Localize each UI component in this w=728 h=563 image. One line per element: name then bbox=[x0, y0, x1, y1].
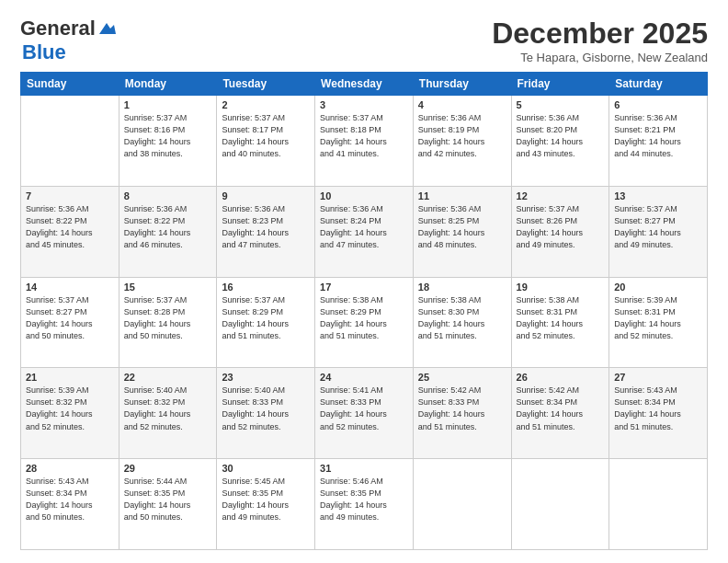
day-info: Sunrise: 5:36 AM Sunset: 8:23 PM Dayligh… bbox=[222, 203, 310, 251]
day-info: Sunrise: 5:37 AM Sunset: 8:27 PM Dayligh… bbox=[26, 294, 114, 342]
calendar-week-row: 21Sunrise: 5:39 AM Sunset: 8:32 PM Dayli… bbox=[21, 368, 708, 459]
day-info: Sunrise: 5:38 AM Sunset: 8:30 PM Dayligh… bbox=[418, 294, 506, 342]
table-row: 7Sunrise: 5:36 AM Sunset: 8:22 PM Daylig… bbox=[21, 186, 119, 277]
day-info: Sunrise: 5:44 AM Sunset: 8:35 PM Dayligh… bbox=[124, 476, 212, 523]
day-info: Sunrise: 5:37 AM Sunset: 8:26 PM Dayligh… bbox=[517, 203, 605, 251]
col-saturday: Saturday bbox=[609, 73, 708, 96]
table-row: 19Sunrise: 5:38 AM Sunset: 8:31 PM Dayli… bbox=[511, 277, 609, 368]
header: General Blue December 2025 Te Hapara, Gi… bbox=[20, 17, 708, 64]
table-row: 28Sunrise: 5:43 AM Sunset: 8:34 PM Dayli… bbox=[21, 459, 119, 550]
day-number: 2 bbox=[222, 99, 310, 110]
day-info: Sunrise: 5:40 AM Sunset: 8:32 PM Dayligh… bbox=[124, 385, 212, 432]
day-info: Sunrise: 5:36 AM Sunset: 8:21 PM Dayligh… bbox=[614, 112, 702, 160]
table-row: 14Sunrise: 5:37 AM Sunset: 8:27 PM Dayli… bbox=[21, 277, 119, 368]
day-number: 15 bbox=[124, 282, 212, 293]
table-row: 8Sunrise: 5:36 AM Sunset: 8:22 PM Daylig… bbox=[119, 186, 217, 277]
day-info: Sunrise: 5:36 AM Sunset: 8:24 PM Dayligh… bbox=[320, 203, 408, 251]
calendar-header-row: Sunday Monday Tuesday Wednesday Thursday… bbox=[21, 73, 708, 96]
day-number: 23 bbox=[222, 372, 310, 383]
day-info: Sunrise: 5:36 AM Sunset: 8:22 PM Dayligh… bbox=[26, 203, 114, 251]
col-tuesday: Tuesday bbox=[217, 73, 315, 96]
day-info: Sunrise: 5:37 AM Sunset: 8:18 PM Dayligh… bbox=[320, 112, 408, 160]
table-row: 9Sunrise: 5:36 AM Sunset: 8:23 PM Daylig… bbox=[217, 186, 315, 277]
table-row bbox=[511, 459, 609, 550]
day-number: 29 bbox=[124, 463, 212, 474]
table-row: 11Sunrise: 5:36 AM Sunset: 8:25 PM Dayli… bbox=[413, 186, 511, 277]
table-row: 3Sunrise: 5:37 AM Sunset: 8:18 PM Daylig… bbox=[315, 96, 414, 187]
day-number: 9 bbox=[222, 190, 310, 201]
day-info: Sunrise: 5:38 AM Sunset: 8:29 PM Dayligh… bbox=[320, 294, 408, 342]
day-info: Sunrise: 5:45 AM Sunset: 8:35 PM Dayligh… bbox=[222, 476, 310, 523]
table-row: 25Sunrise: 5:42 AM Sunset: 8:33 PM Dayli… bbox=[413, 368, 511, 459]
day-info: Sunrise: 5:41 AM Sunset: 8:33 PM Dayligh… bbox=[320, 385, 408, 432]
col-wednesday: Wednesday bbox=[315, 73, 414, 96]
day-number: 3 bbox=[320, 99, 408, 110]
table-row: 17Sunrise: 5:38 AM Sunset: 8:29 PM Dayli… bbox=[315, 277, 414, 368]
calendar-week-row: 28Sunrise: 5:43 AM Sunset: 8:34 PM Dayli… bbox=[21, 459, 708, 550]
table-row: 18Sunrise: 5:38 AM Sunset: 8:30 PM Dayli… bbox=[413, 277, 511, 368]
table-row bbox=[21, 96, 119, 187]
table-row: 22Sunrise: 5:40 AM Sunset: 8:32 PM Dayli… bbox=[119, 368, 217, 459]
table-row: 12Sunrise: 5:37 AM Sunset: 8:26 PM Dayli… bbox=[511, 186, 609, 277]
day-number: 31 bbox=[320, 463, 408, 474]
day-info: Sunrise: 5:39 AM Sunset: 8:32 PM Dayligh… bbox=[26, 385, 114, 432]
table-row: 2Sunrise: 5:37 AM Sunset: 8:17 PM Daylig… bbox=[217, 96, 315, 187]
table-row: 26Sunrise: 5:42 AM Sunset: 8:34 PM Dayli… bbox=[511, 368, 609, 459]
page: General Blue December 2025 Te Hapara, Gi… bbox=[0, 0, 728, 563]
logo-bird-icon bbox=[97, 21, 118, 36]
day-number: 5 bbox=[517, 99, 605, 110]
day-info: Sunrise: 5:46 AM Sunset: 8:35 PM Dayligh… bbox=[320, 476, 408, 523]
table-row: 29Sunrise: 5:44 AM Sunset: 8:35 PM Dayli… bbox=[119, 459, 217, 550]
col-sunday: Sunday bbox=[21, 73, 119, 96]
svg-marker-0 bbox=[99, 23, 116, 34]
day-info: Sunrise: 5:43 AM Sunset: 8:34 PM Dayligh… bbox=[614, 385, 702, 432]
table-row bbox=[413, 459, 511, 550]
logo-general: General bbox=[20, 17, 96, 40]
day-number: 26 bbox=[517, 372, 605, 383]
table-row: 5Sunrise: 5:36 AM Sunset: 8:20 PM Daylig… bbox=[511, 96, 609, 187]
day-info: Sunrise: 5:37 AM Sunset: 8:28 PM Dayligh… bbox=[124, 294, 212, 342]
day-number: 13 bbox=[614, 190, 702, 201]
table-row: 10Sunrise: 5:36 AM Sunset: 8:24 PM Dayli… bbox=[315, 186, 414, 277]
calendar-week-row: 14Sunrise: 5:37 AM Sunset: 8:27 PM Dayli… bbox=[21, 277, 708, 368]
day-info: Sunrise: 5:39 AM Sunset: 8:31 PM Dayligh… bbox=[614, 294, 702, 342]
calendar-week-row: 1Sunrise: 5:37 AM Sunset: 8:16 PM Daylig… bbox=[21, 96, 708, 187]
table-row: 20Sunrise: 5:39 AM Sunset: 8:31 PM Dayli… bbox=[609, 277, 708, 368]
day-number: 7 bbox=[26, 190, 114, 201]
table-row bbox=[609, 459, 708, 550]
day-info: Sunrise: 5:42 AM Sunset: 8:34 PM Dayligh… bbox=[517, 385, 605, 432]
day-number: 27 bbox=[614, 372, 702, 383]
day-info: Sunrise: 5:37 AM Sunset: 8:27 PM Dayligh… bbox=[614, 203, 702, 251]
day-info: Sunrise: 5:36 AM Sunset: 8:19 PM Dayligh… bbox=[418, 112, 506, 160]
table-row: 27Sunrise: 5:43 AM Sunset: 8:34 PM Dayli… bbox=[609, 368, 708, 459]
day-number: 30 bbox=[222, 463, 310, 474]
table-row: 24Sunrise: 5:41 AM Sunset: 8:33 PM Dayli… bbox=[315, 368, 414, 459]
title-block: December 2025 Te Hapara, Gisborne, New Z… bbox=[492, 17, 708, 64]
day-number: 19 bbox=[517, 282, 605, 293]
table-row: 16Sunrise: 5:37 AM Sunset: 8:29 PM Dayli… bbox=[217, 277, 315, 368]
col-thursday: Thursday bbox=[413, 73, 511, 96]
day-number: 12 bbox=[517, 190, 605, 201]
table-row: 31Sunrise: 5:46 AM Sunset: 8:35 PM Dayli… bbox=[315, 459, 414, 550]
day-number: 4 bbox=[418, 99, 506, 110]
day-info: Sunrise: 5:40 AM Sunset: 8:33 PM Dayligh… bbox=[222, 385, 310, 432]
day-number: 21 bbox=[26, 372, 114, 383]
calendar-body: 1Sunrise: 5:37 AM Sunset: 8:16 PM Daylig… bbox=[21, 96, 708, 550]
calendar-table: Sunday Monday Tuesday Wednesday Thursday… bbox=[20, 72, 708, 550]
subtitle: Te Hapara, Gisborne, New Zealand bbox=[492, 51, 708, 64]
day-info: Sunrise: 5:37 AM Sunset: 8:29 PM Dayligh… bbox=[222, 294, 310, 342]
table-row: 15Sunrise: 5:37 AM Sunset: 8:28 PM Dayli… bbox=[119, 277, 217, 368]
day-number: 18 bbox=[418, 282, 506, 293]
calendar-week-row: 7Sunrise: 5:36 AM Sunset: 8:22 PM Daylig… bbox=[21, 186, 708, 277]
day-info: Sunrise: 5:36 AM Sunset: 8:25 PM Dayligh… bbox=[418, 203, 506, 251]
day-number: 24 bbox=[320, 372, 408, 383]
table-row: 13Sunrise: 5:37 AM Sunset: 8:27 PM Dayli… bbox=[609, 186, 708, 277]
table-row: 30Sunrise: 5:45 AM Sunset: 8:35 PM Dayli… bbox=[217, 459, 315, 550]
table-row: 1Sunrise: 5:37 AM Sunset: 8:16 PM Daylig… bbox=[119, 96, 217, 187]
day-number: 20 bbox=[614, 282, 702, 293]
day-number: 1 bbox=[124, 99, 212, 110]
day-number: 17 bbox=[320, 282, 408, 293]
day-info: Sunrise: 5:37 AM Sunset: 8:17 PM Dayligh… bbox=[222, 112, 310, 160]
logo: General Blue bbox=[20, 17, 118, 64]
day-info: Sunrise: 5:43 AM Sunset: 8:34 PM Dayligh… bbox=[26, 476, 114, 523]
